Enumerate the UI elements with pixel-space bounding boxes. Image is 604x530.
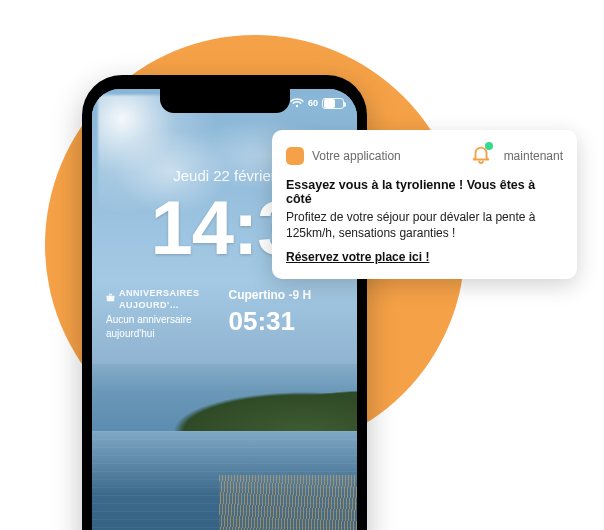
battery-fill	[324, 99, 335, 108]
world-clock-offset: -9 H	[289, 288, 312, 302]
wallpaper-reeds	[219, 475, 357, 530]
notification-badge-dot	[485, 142, 493, 150]
notification-cta-link[interactable]: Réservez votre place ici !	[286, 250, 429, 264]
world-clock-time: 05:31	[229, 304, 344, 339]
phone-notch	[160, 89, 290, 113]
birthdays-widget-title: ANNIVERSAIRES AUJOURD'…	[119, 287, 221, 311]
svg-point-4	[296, 105, 298, 107]
birthdays-widget-text: Aucun anniversaire aujourd'hui	[106, 313, 221, 340]
world-clock-widget[interactable]: Cupertino -9 H 05:31	[229, 287, 344, 340]
wifi-icon	[290, 94, 304, 112]
push-notification-card[interactable]: Votre application maintenant Essayez vou…	[272, 130, 577, 279]
notification-timestamp: maintenant	[504, 149, 563, 163]
bell-icon	[470, 143, 492, 169]
notification-header: Votre application maintenant	[286, 143, 563, 169]
svg-rect-7	[110, 296, 111, 302]
notification-app-name: Votre application	[312, 149, 462, 163]
notification-title: Essayez vous à la tyrolienne ! Vous êtes…	[286, 178, 563, 206]
battery-percent-text: 60	[308, 98, 318, 108]
world-clock-city-line: Cupertino -9 H	[229, 287, 344, 303]
gift-icon	[106, 293, 115, 305]
birthdays-widget[interactable]: ANNIVERSAIRES AUJOURD'… Aucun anniversai…	[106, 287, 221, 340]
battery-icon	[322, 98, 344, 109]
world-clock-city: Cupertino	[229, 288, 286, 302]
lockscreen-widgets: ANNIVERSAIRES AUJOURD'… Aucun anniversai…	[106, 287, 343, 340]
app-icon	[286, 147, 304, 165]
birthdays-widget-header: ANNIVERSAIRES AUJOURD'…	[106, 287, 221, 311]
notification-body: Profitez de votre séjour pour dévaler la…	[286, 209, 563, 241]
